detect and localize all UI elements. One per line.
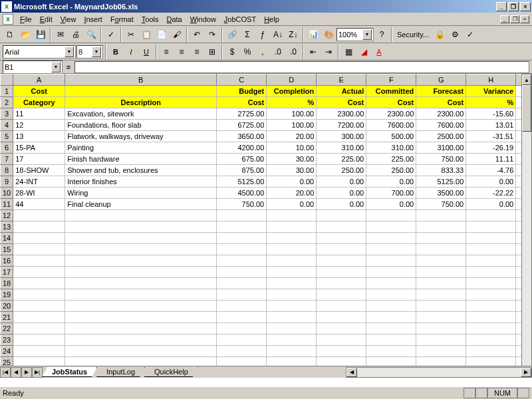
align-left-icon[interactable]: ≡ xyxy=(159,45,174,59)
row-header[interactable]: 12 xyxy=(1,210,13,221)
comma-icon[interactable]: , xyxy=(255,45,270,59)
equals-icon[interactable]: = xyxy=(63,63,74,71)
formula-input[interactable] xyxy=(74,61,529,73)
tab-quickhelp[interactable]: QuickHelp xyxy=(144,367,198,377)
decrease-indent-icon[interactable]: ⇤ xyxy=(306,45,321,59)
row-header[interactable]: 5 xyxy=(1,131,13,142)
row-header[interactable]: 22 xyxy=(1,323,13,334)
row-header[interactable]: 9 xyxy=(1,176,13,188)
print-icon[interactable]: 🖨 xyxy=(68,27,83,42)
horizontal-scrollbar[interactable]: ◀ ▶ xyxy=(346,367,532,378)
row-header[interactable]: 14 xyxy=(1,233,13,244)
row-header[interactable]: 3 xyxy=(1,108,13,120)
col-header-g[interactable]: G xyxy=(416,74,466,86)
restore-button[interactable]: ❐ xyxy=(508,2,519,11)
vertical-scrollbar[interactable]: ▲ ▼ xyxy=(521,74,532,377)
borders-icon[interactable]: ▦ xyxy=(341,45,356,59)
row-header[interactable]: 13 xyxy=(1,221,13,233)
tool3-icon[interactable]: ✓ xyxy=(463,27,477,42)
increase-decimal-icon[interactable]: .0 xyxy=(271,45,285,59)
new-icon[interactable]: 🗋 xyxy=(3,27,17,42)
row-header[interactable]: 1 xyxy=(1,86,13,97)
merge-icon[interactable]: ⊞ xyxy=(205,45,219,59)
redo-icon[interactable]: ↷ xyxy=(205,27,219,42)
mdi-restore[interactable]: ❐ xyxy=(510,15,519,23)
open-icon[interactable]: 📂 xyxy=(18,27,33,42)
col-header-c[interactable]: C xyxy=(217,74,267,86)
col-header-h[interactable]: H xyxy=(466,74,516,86)
paste-icon[interactable]: 📄 xyxy=(154,27,169,42)
row-header[interactable]: 23 xyxy=(1,334,13,346)
row-header[interactable]: 17 xyxy=(1,267,13,278)
chart-icon[interactable]: 📊 xyxy=(306,27,321,42)
menu-view[interactable]: View xyxy=(57,14,80,25)
hyperlink-icon[interactable]: 🔗 xyxy=(225,27,239,42)
sort-asc-icon[interactable]: A↓ xyxy=(271,27,285,42)
italic-icon[interactable]: I xyxy=(124,45,138,59)
row-header[interactable]: 4 xyxy=(1,120,13,131)
scroll-up-icon[interactable]: ▲ xyxy=(522,74,531,85)
row-header[interactable]: 7 xyxy=(1,154,13,165)
mdi-close[interactable]: × xyxy=(520,15,529,23)
row-header[interactable]: 2 xyxy=(1,97,13,108)
currency-icon[interactable]: $ xyxy=(225,45,239,59)
font-color-icon[interactable]: A xyxy=(372,45,386,59)
underline-icon[interactable]: U xyxy=(139,45,154,59)
menu-help[interactable]: Help xyxy=(260,14,283,25)
scroll-left-icon[interactable]: ◀ xyxy=(346,368,357,377)
tab-last-icon[interactable]: ▶| xyxy=(32,367,43,378)
format-painter-icon[interactable]: 🖌 xyxy=(170,27,184,42)
tab-jobstatus[interactable]: JobStatus xyxy=(42,367,97,377)
menu-edit[interactable]: Edit xyxy=(36,14,57,25)
tab-first-icon[interactable]: |◀ xyxy=(0,367,11,378)
col-header-b[interactable]: B xyxy=(65,74,217,86)
col-header-e[interactable]: E xyxy=(317,74,366,86)
drawing-icon[interactable]: 🎨 xyxy=(321,27,336,42)
copy-icon[interactable]: 📋 xyxy=(139,27,154,42)
fontsize-combo[interactable]: 8▼ xyxy=(76,45,103,59)
undo-icon[interactable]: ↶ xyxy=(190,27,204,42)
tool2-icon[interactable]: ⚙ xyxy=(448,27,462,42)
row-header[interactable]: 19 xyxy=(1,289,13,301)
cut-icon[interactable]: ✂ xyxy=(124,27,138,42)
menu-window[interactable]: Window xyxy=(186,14,220,25)
align-right-icon[interactable]: ≡ xyxy=(190,45,204,59)
autosum-icon[interactable]: Σ xyxy=(240,27,255,42)
print-preview-icon[interactable]: 🔍 xyxy=(84,27,98,42)
scroll-right-icon[interactable]: ▶ xyxy=(521,368,531,377)
increase-indent-icon[interactable]: ⇥ xyxy=(321,45,336,59)
row-header[interactable]: 16 xyxy=(1,255,13,267)
tab-next-icon[interactable]: ▶ xyxy=(21,367,32,378)
menu-format[interactable]: Format xyxy=(106,14,138,25)
menu-data[interactable]: Data xyxy=(162,14,186,25)
row-header[interactable]: 8 xyxy=(1,165,13,176)
sort-desc-icon[interactable]: Z↓ xyxy=(286,27,301,42)
row-header[interactable]: 6 xyxy=(1,142,13,154)
function-icon[interactable]: ƒ xyxy=(255,27,270,42)
col-header-f[interactable]: F xyxy=(366,74,416,86)
font-combo[interactable]: Arial▼ xyxy=(3,45,76,59)
menu-insert[interactable]: Insert xyxy=(80,14,106,25)
scroll-thumb[interactable] xyxy=(522,85,531,132)
menu-jobcost[interactable]: JobCOST xyxy=(220,14,260,25)
tool1-icon[interactable]: 🔒 xyxy=(432,27,447,42)
close-button[interactable]: × xyxy=(520,2,531,11)
menu-tools[interactable]: Tools xyxy=(138,14,163,25)
col-header-d[interactable]: D xyxy=(267,74,317,86)
row-header[interactable]: 10 xyxy=(1,188,13,199)
workbook-icon[interactable]: X xyxy=(3,14,13,25)
decrease-decimal-icon[interactable]: .0 xyxy=(286,45,301,59)
select-all-corner[interactable] xyxy=(1,74,13,86)
col-header-a[interactable]: A xyxy=(13,74,65,86)
row-header[interactable]: 15 xyxy=(1,244,13,255)
help-icon[interactable]: ? xyxy=(374,27,389,42)
row-header[interactable]: 11 xyxy=(1,199,13,210)
fill-color-icon[interactable]: ◢ xyxy=(356,45,371,59)
mail-icon[interactable]: ✉ xyxy=(53,27,68,42)
security-button[interactable]: Security... xyxy=(394,31,432,39)
bold-icon[interactable]: B xyxy=(108,45,123,59)
save-icon[interactable]: 💾 xyxy=(33,27,48,42)
spellcheck-icon[interactable]: ✓ xyxy=(104,27,118,42)
minimize-button[interactable]: _ xyxy=(496,2,507,11)
menu-file[interactable]: File xyxy=(16,14,36,25)
